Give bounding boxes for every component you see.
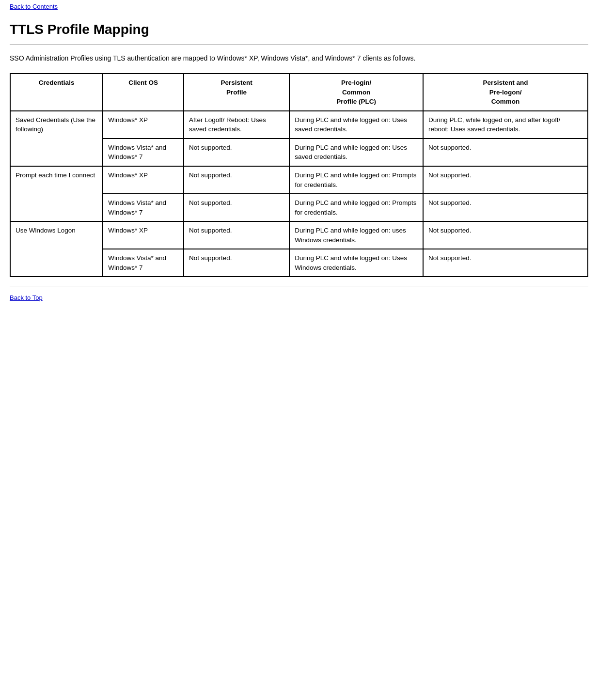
bottom-divider [10, 286, 588, 286]
ttls-mapping-table: Credentials Client OS PersistentProfile … [10, 73, 588, 277]
cell-persistent-and-pre: Not supported. [423, 194, 588, 221]
title-divider [10, 44, 588, 45]
cell-persistent-and-pre: Not supported. [423, 139, 588, 166]
cell-client-os: Windows Vista* and Windows* 7 [103, 249, 184, 277]
cell-credentials: Use Windows Logon [10, 221, 103, 277]
col-header-credentials: Credentials [10, 74, 103, 111]
table-row: Saved Credentials (Use the following)Win… [10, 111, 588, 139]
col-header-pre-login: Pre-login/CommonProfile (PLC) [289, 74, 423, 111]
cell-pre-login: During PLC and while logged on: Prompts … [289, 194, 423, 221]
cell-persistent-profile: Not supported. [184, 249, 289, 277]
cell-persistent-profile: Not supported. [184, 139, 289, 166]
cell-client-os: Windows Vista* and Windows* 7 [103, 139, 184, 166]
col-header-persistent-pre: Persistent andPre-logon/Common [423, 74, 588, 111]
cell-pre-login: During PLC and while logged on: Uses Win… [289, 249, 423, 277]
table-row: Prompt each time I connectWindows* XPNot… [10, 166, 588, 194]
cell-persistent-profile: Not supported. [184, 194, 289, 221]
back-to-contents-link[interactable]: Back to Contents [10, 0, 58, 13]
cell-credentials: Saved Credentials (Use the following) [10, 111, 103, 166]
cell-pre-login: During PLC and while logged on: Prompts … [289, 166, 423, 194]
cell-pre-login: During PLC and while logged on: Uses sav… [289, 139, 423, 166]
cell-client-os: Windows* XP [103, 166, 184, 194]
cell-persistent-and-pre: Not supported. [423, 221, 588, 249]
col-header-persistent-profile: PersistentProfile [184, 74, 289, 111]
back-to-top-link[interactable]: Back to Top [10, 292, 43, 303]
cell-client-os: Windows* XP [103, 111, 184, 139]
cell-persistent-profile: Not supported. [184, 221, 289, 249]
cell-credentials: Prompt each time I connect [10, 166, 103, 221]
cell-persistent-and-pre: During PLC, while logged on, and after l… [423, 111, 588, 139]
cell-client-os: Windows Vista* and Windows* 7 [103, 194, 184, 221]
col-header-client-os: Client OS [103, 74, 184, 111]
table-row: Use Windows LogonWindows* XPNot supporte… [10, 221, 588, 249]
table-header-row: Credentials Client OS PersistentProfile … [10, 74, 588, 111]
page-title: TTLS Profile Mapping [10, 22, 588, 37]
cell-persistent-and-pre: Not supported. [423, 166, 588, 194]
cell-pre-login: During PLC and while logged on: Uses sav… [289, 111, 423, 139]
cell-client-os: Windows* XP [103, 221, 184, 249]
cell-persistent-and-pre: Not supported. [423, 249, 588, 277]
intro-paragraph: SSO Administration Profiles using TLS au… [10, 53, 588, 63]
cell-pre-login: During PLC and while logged on: uses Win… [289, 221, 423, 249]
cell-persistent-profile: Not supported. [184, 166, 289, 194]
cell-persistent-profile: After Logoff/ Reboot: Uses saved credent… [184, 111, 289, 139]
